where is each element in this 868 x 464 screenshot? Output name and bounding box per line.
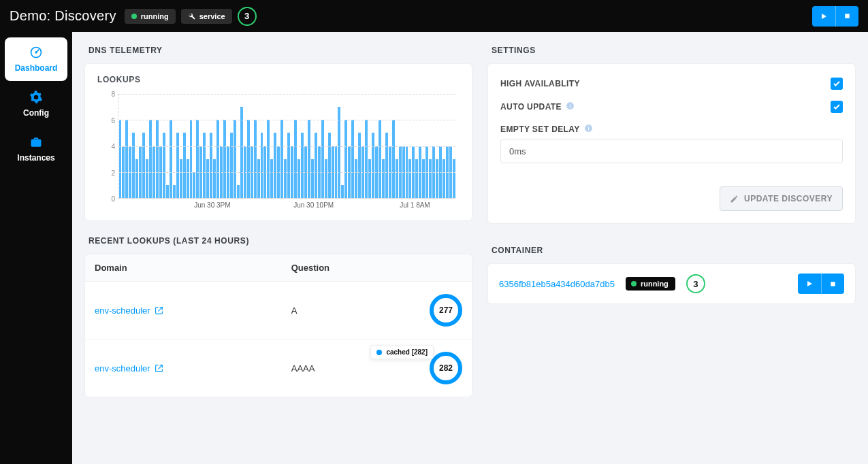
chart-bar [187,159,189,198]
chart-bar [254,120,257,198]
container-row: 6356fb81eb5a434d60da7db5 running 3 [487,263,856,304]
chart-bar [284,159,287,198]
chart-bar [190,120,193,198]
setting-empty-delay: EMPTY SET DELAY [500,118,843,169]
chart-bar [422,159,425,198]
chart-bar [315,133,317,198]
chart-bar [135,159,138,198]
stop-button[interactable] [835,6,858,27]
chart-bar [379,120,381,198]
container-hash-link[interactable]: 6356fb81eb5a434d60da7db5 [499,279,615,289]
header-actions [812,6,858,27]
svg-rect-5 [570,103,570,104]
update-discovery-button[interactable]: UPDATE DISCOVERY [720,186,843,211]
chart-bar [247,120,250,198]
chart-bar [341,185,344,198]
info-icon[interactable] [566,101,575,112]
instance-count-badge: 3 [238,7,257,26]
chart-bar [257,159,260,198]
chart-bar [396,159,398,198]
y-tick: 8 [111,90,115,98]
settings-title: SETTINGS [492,46,856,55]
type-label: service [199,12,225,20]
status-label: running [141,12,169,20]
chart-bar [311,159,314,198]
chart-bar [436,159,438,198]
ha-checkbox[interactable] [831,78,843,90]
chart-bar [385,133,388,198]
domain-link[interactable]: env-scheduler [95,305,163,316]
chart-bar [149,120,152,198]
chart-bar [372,133,374,198]
y-tick: 4 [111,143,115,150]
chart-bar [180,159,182,198]
chart-bar [308,120,310,198]
check-icon [833,80,841,88]
lookup-count-donut: 282 [430,352,462,384]
chart-bar [223,120,226,198]
chart-bar [216,120,219,198]
chart-bar [261,133,263,198]
chart-bar [344,120,347,198]
nav-instances[interactable]: Instances [5,127,67,171]
chart-bar [142,133,145,198]
chart-bar [193,172,195,198]
empty-delay-label: EMPTY SET DELAY [500,125,580,134]
auto-update-label: AUTO UPDATE [500,102,562,112]
info-icon[interactable] [584,124,593,135]
external-link-icon [155,306,163,315]
nav-config[interactable]: Config [5,82,67,126]
chart-bar [429,159,432,198]
external-link-icon [155,364,163,373]
container-stop-button[interactable] [821,274,844,294]
col-domain: Domain [85,254,282,282]
container-status-badge: running [626,277,675,291]
chart-bar [280,120,283,198]
svg-rect-7 [588,127,589,130]
lookups-title: LOOKUPS [97,75,460,84]
chart-bar [415,159,418,198]
chart-bar [163,133,165,198]
domain-text: env-scheduler [95,363,150,374]
chart-bar [270,159,273,198]
y-tick: 6 [111,116,115,124]
dot-icon [376,350,382,355]
cached-label: cached [282] [386,348,428,356]
nav-dashboard[interactable]: Dashboard [5,37,67,81]
setting-high-availability: HIGH AVAILABLITY [500,72,843,95]
chart-bar [321,120,324,198]
empty-delay-input[interactable] [500,139,843,163]
page-title: Demo: Discovery [10,8,116,24]
lookup-count-donut: 277 [430,294,462,327]
chart-bar [453,159,455,198]
chart-bar [443,159,445,198]
briefcase-icon [29,135,43,149]
auto-update-checkbox[interactable] [831,101,843,113]
status-dot-icon [631,281,637,286]
cached-tooltip: cached [282] [370,345,434,359]
chart-bar [156,120,159,198]
chart-bar [176,133,179,198]
nav-label: Dashboard [15,63,58,73]
recent-title: RECENT LOOKUPS (LAST 24 HOURS) [89,236,472,246]
chart-bar [170,120,172,198]
domain-link[interactable]: env-scheduler [95,363,163,374]
x-tick: Jun 30 10PM [293,201,334,209]
chart-bar [132,133,135,198]
chart-bar [166,185,169,198]
svg-rect-8 [588,126,589,127]
svg-point-2 [35,51,37,53]
edit-icon [730,195,739,203]
wrench-icon [188,12,195,20]
svg-rect-9 [831,282,835,286]
question-cell: A [282,282,411,339]
chart-bar [183,133,186,198]
container-count-badge: 3 [686,274,705,293]
container-status-label: running [641,280,669,288]
container-play-button[interactable] [798,274,821,294]
chart-bar [274,133,276,198]
play-button[interactable] [812,6,835,27]
chart-bar [196,120,199,198]
chart-bar [206,159,209,198]
x-tick: Jun 30 3PM [194,201,230,209]
